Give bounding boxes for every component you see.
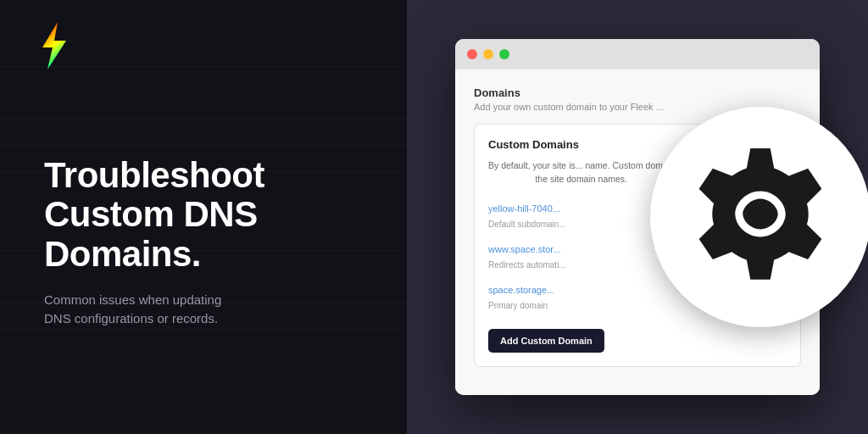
domains-title: Domains bbox=[474, 86, 801, 99]
close-dot bbox=[467, 49, 477, 59]
browser-titlebar bbox=[455, 39, 820, 70]
lightning-bolt-logo bbox=[34, 20, 71, 71]
domain-meta: Redirects automati... bbox=[488, 260, 566, 270]
domain-link: www.space.stor... bbox=[488, 244, 566, 254]
domain-meta: Primary domain bbox=[488, 301, 548, 310]
gear-overlay bbox=[650, 107, 868, 327]
left-panel: Troubleshoot Custom DNS Domains. Common … bbox=[0, 0, 407, 434]
domain-meta: Default subdomain... bbox=[488, 220, 566, 229]
add-custom-domain-button[interactable]: Add Custom Domain bbox=[488, 329, 604, 353]
main-heading: Troubleshoot Custom DNS Domains. bbox=[44, 156, 366, 274]
logo-container bbox=[34, 20, 71, 75]
svg-marker-0 bbox=[42, 22, 66, 70]
gear-icon bbox=[684, 141, 837, 293]
domain-link: space.storage... bbox=[488, 285, 554, 295]
right-panel: Domains Add your own custom domain to yo… bbox=[407, 0, 868, 434]
minimize-dot bbox=[483, 49, 493, 59]
maximize-dot bbox=[499, 49, 509, 59]
subheading: Common issues when updatingDNS configura… bbox=[44, 291, 332, 329]
browser-window: Domains Add your own custom domain to yo… bbox=[455, 39, 820, 395]
domain-link: yellow-hill-7040... bbox=[488, 203, 566, 214]
gear-circle-background bbox=[650, 107, 868, 327]
